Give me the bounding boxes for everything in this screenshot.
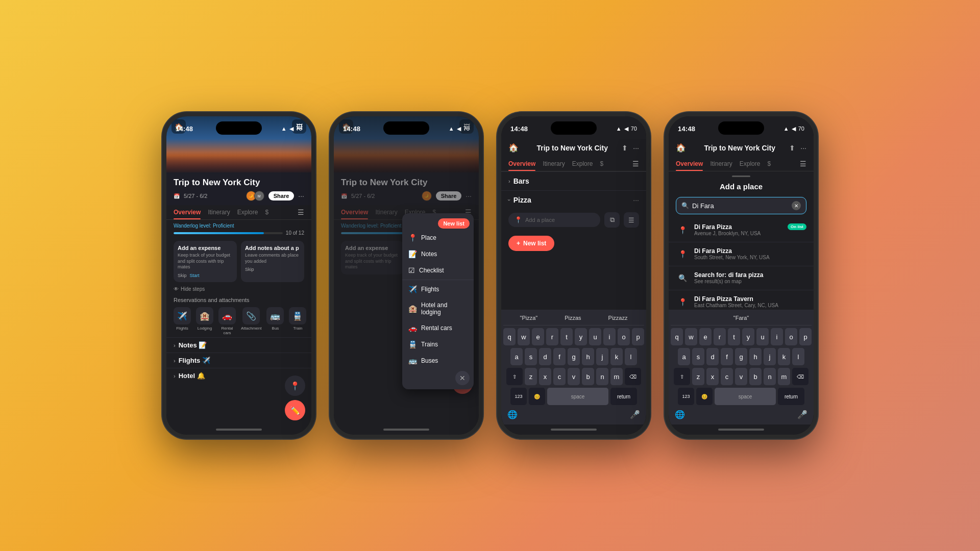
- key-e-4[interactable]: e: [699, 328, 712, 345]
- bars-header[interactable]: › Bars: [501, 172, 646, 190]
- res-bus-1[interactable]: 🚌 Bus: [266, 307, 284, 335]
- tab-overview-2[interactable]: Overview: [341, 205, 368, 219]
- key-j-3[interactable]: j: [596, 348, 608, 365]
- share-icon-3[interactable]: ⬆: [622, 144, 628, 152]
- key-z-3[interactable]: z: [525, 368, 537, 385]
- key-i-4[interactable]: i: [771, 328, 783, 345]
- tab-overview-1[interactable]: Overview: [174, 205, 201, 219]
- kb-sug-2-3[interactable]: Pizzas: [560, 314, 585, 322]
- place-item-2[interactable]: 📍 Place: [402, 230, 474, 246]
- add-place-input-3[interactable]: 📍 Add a place: [508, 213, 600, 227]
- tab-explore-1[interactable]: Explore: [237, 205, 258, 219]
- share-icon-4[interactable]: ⬆: [789, 144, 795, 152]
- more-button-1[interactable]: ···: [298, 192, 304, 200]
- key-i-3[interactable]: i: [603, 328, 616, 345]
- mic-icon-4[interactable]: 🎤: [797, 410, 807, 419]
- key-g-4[interactable]: g: [735, 348, 747, 365]
- back-icon-3[interactable]: 🏠: [508, 143, 519, 153]
- key-space-4[interactable]: space: [715, 388, 776, 405]
- key-return-4[interactable]: return: [778, 388, 804, 405]
- key-123-4[interactable]: 123: [678, 388, 694, 405]
- notes-row-1[interactable]: › Notes 📝: [166, 337, 311, 353]
- share-button-1[interactable]: Share: [268, 191, 295, 201]
- key-q-4[interactable]: q: [671, 328, 683, 345]
- flights-dd-item[interactable]: ✈️ Flights: [402, 281, 474, 297]
- checklist-item-2[interactable]: ☑ Checklist: [402, 262, 474, 279]
- key-s-4[interactable]: s: [692, 348, 704, 365]
- key-d-4[interactable]: d: [706, 348, 719, 365]
- key-y-3[interactable]: y: [575, 328, 587, 345]
- key-a-4[interactable]: a: [678, 348, 690, 365]
- list-icon-3[interactable]: ☰: [624, 212, 639, 228]
- tab-itinerary-1[interactable]: Itinerary: [208, 205, 230, 219]
- flights-row-1[interactable]: › Flights ✈️: [166, 353, 311, 368]
- key-h-3[interactable]: h: [582, 348, 594, 365]
- res-cars-1[interactable]: 🚗 Rental cars: [218, 307, 236, 335]
- key-t-3[interactable]: t: [560, 328, 573, 345]
- key-l-4[interactable]: l: [792, 348, 804, 365]
- key-m-4[interactable]: m: [778, 368, 790, 385]
- key-n-4[interactable]: n: [764, 368, 776, 385]
- key-123-3[interactable]: 123: [510, 388, 527, 405]
- key-x-3[interactable]: x: [539, 368, 551, 385]
- key-s-3[interactable]: s: [525, 348, 537, 365]
- key-o-3[interactable]: o: [618, 328, 630, 345]
- tab-overview-3[interactable]: Overview: [508, 157, 535, 171]
- key-j-4[interactable]: j: [764, 348, 776, 365]
- res-lodging-1[interactable]: 🏨 Lodging: [196, 307, 213, 335]
- tab-dollar-4[interactable]: $: [767, 157, 771, 171]
- key-o-4[interactable]: o: [785, 328, 797, 345]
- search-input-4[interactable]: [692, 202, 789, 210]
- tab-menu-3[interactable]: ☰: [632, 160, 639, 168]
- new-list-btn-3[interactable]: + New list: [508, 236, 554, 251]
- key-k-3[interactable]: k: [610, 348, 623, 365]
- globe-icon-4[interactable]: 🌐: [675, 410, 685, 419]
- hotel-dd-item[interactable]: 🏨 Hotel and lodging: [402, 297, 474, 320]
- share-button-2[interactable]: Share: [436, 191, 462, 201]
- key-v-4[interactable]: v: [735, 368, 747, 385]
- copy-icon-3[interactable]: ⧉: [604, 212, 620, 228]
- hide-steps-1[interactable]: 👁 Hide steps: [166, 285, 311, 294]
- fab-map-1[interactable]: 📍: [285, 375, 305, 396]
- more-icon-3[interactable]: ···: [633, 144, 639, 152]
- rental-dd-item[interactable]: 🚗 Rental cars: [402, 320, 474, 336]
- key-b-4[interactable]: b: [749, 368, 762, 385]
- result-2[interactable]: 📍 Di Fara Pizza South Street, New York, …: [669, 242, 814, 266]
- tab-itinerary-3[interactable]: Itinerary: [543, 157, 565, 171]
- key-r-3[interactable]: r: [546, 328, 558, 345]
- key-m-3[interactable]: m: [610, 368, 623, 385]
- result-1[interactable]: 📍 Di Fara Pizza Avenue J, Brooklyn, NY, …: [669, 218, 814, 242]
- key-q-3[interactable]: q: [503, 328, 516, 345]
- key-k-4[interactable]: k: [778, 348, 790, 365]
- key-l-3[interactable]: l: [625, 348, 637, 365]
- tab-dollar-1[interactable]: $: [265, 205, 268, 219]
- key-g-3[interactable]: g: [568, 348, 580, 365]
- pizza-more[interactable]: ···: [633, 196, 639, 204]
- more-button-2[interactable]: ···: [465, 192, 472, 200]
- key-c-3[interactable]: c: [553, 368, 566, 385]
- globe-icon-3[interactable]: 🌐: [507, 410, 518, 419]
- kb-sug-1-3[interactable]: "Pizza": [516, 314, 542, 322]
- key-z-4[interactable]: z: [692, 368, 704, 385]
- result-3[interactable]: 🔍 Search for: di fara pizza See result(s…: [669, 266, 814, 290]
- res-flights-1[interactable]: ✈️ Flights: [174, 307, 191, 335]
- tab-itinerary-2[interactable]: Itinerary: [375, 205, 397, 219]
- key-v-3[interactable]: v: [568, 368, 580, 385]
- key-p-3[interactable]: p: [632, 328, 644, 345]
- key-emoji-4[interactable]: 😊: [696, 388, 713, 405]
- key-shift-4[interactable]: ⇧: [674, 368, 690, 385]
- key-f-4[interactable]: f: [721, 348, 733, 365]
- key-b-3[interactable]: b: [582, 368, 594, 385]
- key-t-4[interactable]: t: [728, 328, 740, 345]
- key-d-3[interactable]: d: [539, 348, 551, 365]
- notes-item-2[interactable]: 📝 Notes: [402, 246, 474, 262]
- key-return-3[interactable]: return: [610, 388, 637, 405]
- key-emoji-3[interactable]: 😊: [529, 388, 545, 405]
- pizza-header[interactable]: › Pizza ···: [501, 191, 646, 209]
- key-f-3[interactable]: f: [553, 348, 566, 365]
- kb-sug-1-4[interactable]: "Fara": [729, 314, 753, 322]
- back-icon-4[interactable]: 🏠: [676, 143, 686, 153]
- res-train-1[interactable]: 🚆 Train: [289, 307, 306, 335]
- key-shift-3[interactable]: ⇧: [506, 368, 523, 385]
- tab-menu-1[interactable]: ☰: [298, 208, 304, 216]
